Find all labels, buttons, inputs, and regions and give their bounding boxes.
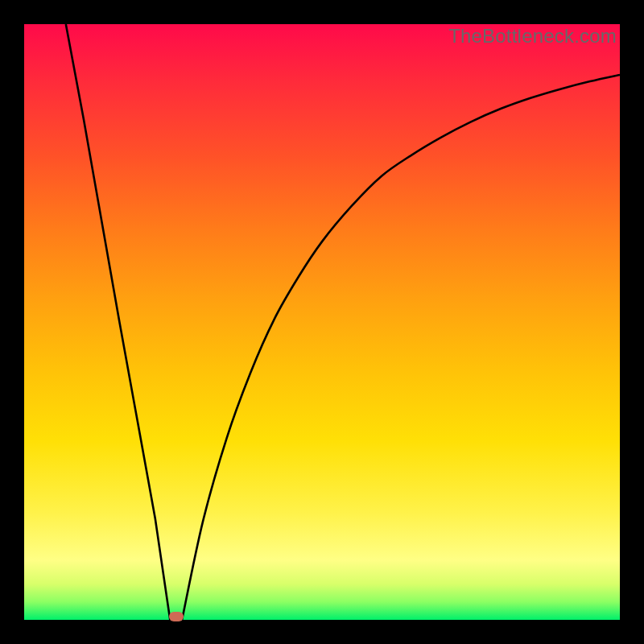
curve-right-branch [182,75,620,620]
curve-left-branch [66,24,171,620]
attribution-text: TheBottleneck.com [448,24,617,48]
bottleneck-curve [24,24,620,620]
optimal-point-marker [169,612,184,621]
chart-frame: TheBottleneck.com [0,0,644,644]
plot-area: TheBottleneck.com [24,24,620,620]
